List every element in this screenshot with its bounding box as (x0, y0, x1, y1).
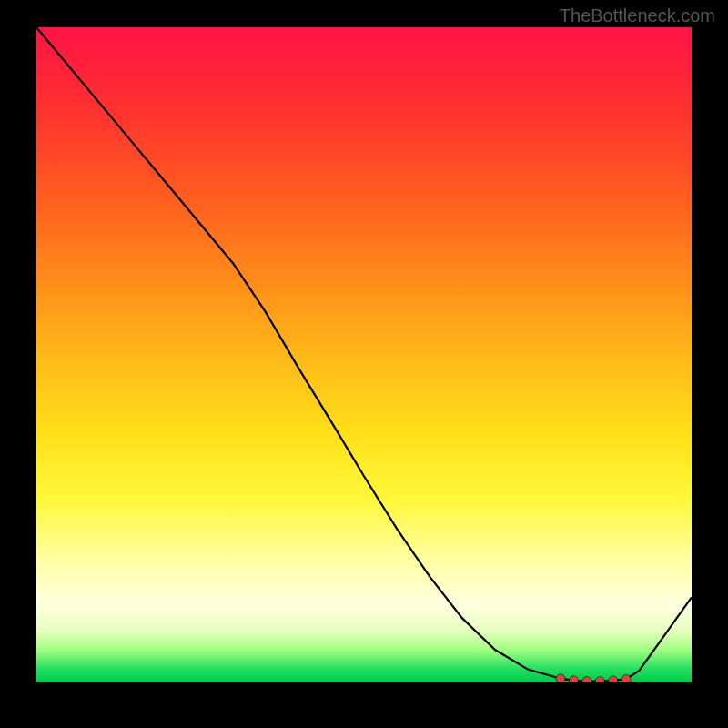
data-marker (622, 674, 631, 682)
data-marker (582, 677, 592, 682)
chart-svg (36, 27, 692, 682)
chart-area (36, 27, 692, 682)
data-marker (609, 676, 618, 682)
bottleneck-line (36, 27, 692, 682)
data-marker (556, 674, 565, 682)
data-marker (595, 677, 604, 682)
watermark-text: TheBottleneck.com (560, 5, 715, 26)
data-marker (569, 676, 578, 682)
